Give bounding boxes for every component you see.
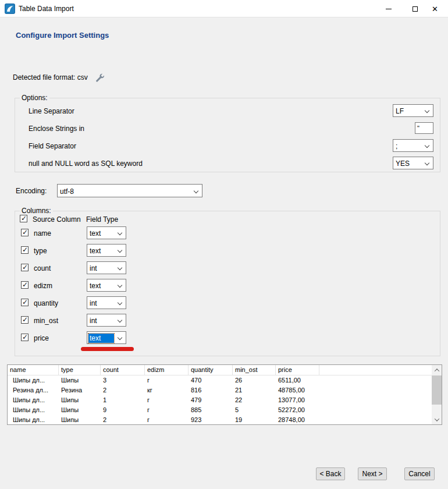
preview-header-filler bbox=[319, 365, 442, 375]
field-type-select-count[interactable]: int bbox=[87, 261, 126, 274]
cell: 3 bbox=[101, 375, 145, 385]
scroll-up-button[interactable] bbox=[432, 365, 442, 375]
chevron-down-icon bbox=[118, 335, 122, 340]
field-separator-select[interactable]: ; bbox=[393, 139, 433, 152]
cell: 885 bbox=[189, 405, 233, 415]
title-bar: Table Data Import ✕ bbox=[0, 0, 448, 17]
column-count-label: count bbox=[34, 264, 51, 272]
field-type-select-quantity[interactable]: int bbox=[87, 296, 126, 309]
cell: 923 bbox=[189, 415, 233, 425]
window-title: Table Data Import bbox=[19, 5, 74, 13]
enclose-strings-label: Enclose Strings in bbox=[29, 125, 84, 133]
preview-header-cell: count bbox=[101, 365, 145, 375]
mysql-workbench-icon bbox=[5, 3, 15, 14]
columns-groupbox: Columns: Source Column Field Type name t… bbox=[15, 211, 440, 356]
cell: 1 bbox=[101, 395, 145, 405]
column-quantity-label: quantity bbox=[34, 299, 58, 307]
null-keyword-select[interactable]: YES bbox=[393, 157, 433, 169]
options-group-label: Options: bbox=[20, 94, 49, 102]
cancel-button[interactable]: Cancel bbox=[404, 467, 435, 480]
null-keyword-label: null and NULL word as SQL keyword bbox=[29, 160, 143, 168]
field-type-value: text bbox=[90, 246, 114, 256]
field-type-select-name[interactable]: text bbox=[87, 226, 126, 239]
field-type-select-type[interactable]: text bbox=[87, 244, 126, 257]
cell: 19 bbox=[233, 415, 276, 425]
table-row: Шипы дл... Шипы 2 г 923 19 28748,00 bbox=[8, 415, 442, 425]
column-checkbox-min-ost[interactable] bbox=[21, 316, 29, 324]
back-button[interactable]: < Back bbox=[316, 467, 345, 480]
column-checkbox-price[interactable] bbox=[21, 334, 29, 341]
chevron-down-icon bbox=[118, 283, 122, 288]
column-checkbox-type[interactable] bbox=[21, 246, 29, 254]
cell: г bbox=[145, 395, 189, 405]
field-type-value: int bbox=[90, 316, 114, 325]
cell: 13077,00 bbox=[276, 395, 319, 405]
close-button[interactable]: ✕ bbox=[422, 0, 448, 17]
select-all-columns-checkbox[interactable] bbox=[20, 215, 27, 222]
chevron-down-icon bbox=[425, 143, 429, 148]
cell: 5 bbox=[233, 405, 276, 415]
line-separator-label: Line Separator bbox=[29, 107, 74, 115]
column-checkbox-quantity[interactable] bbox=[21, 299, 29, 306]
cell: Шипы bbox=[59, 405, 101, 415]
wrench-icon[interactable] bbox=[95, 73, 104, 82]
column-name-label: name bbox=[34, 229, 51, 238]
options-groupbox: Options: Line Separator LF Enclose Strin… bbox=[15, 98, 440, 172]
null-keyword-value: YES bbox=[396, 159, 421, 168]
data-preview-table: name type count edizm quantity min_ost p… bbox=[7, 364, 442, 425]
vertical-scrollbar[interactable] bbox=[432, 365, 442, 424]
chevron-down-icon bbox=[118, 265, 122, 270]
cell: 2 bbox=[101, 415, 145, 425]
cell: Шипы дл... bbox=[8, 395, 59, 405]
column-checkbox-count[interactable] bbox=[21, 264, 29, 271]
cell: 28748,00 bbox=[276, 415, 319, 425]
chevron-down-icon bbox=[118, 300, 122, 305]
enclose-strings-input[interactable] bbox=[415, 122, 433, 134]
line-separator-select[interactable]: LF bbox=[393, 104, 433, 117]
encoding-value: utf-8 bbox=[60, 187, 190, 196]
cell: Шипы дл... bbox=[8, 405, 59, 415]
source-column-header: Source Column bbox=[33, 215, 81, 224]
field-separator-label: Field Separator bbox=[29, 142, 76, 150]
maximize-icon bbox=[413, 6, 418, 12]
detected-format-label: Detected file format: csv bbox=[13, 73, 88, 82]
cell: Шипы bbox=[59, 415, 101, 425]
encoding-label: Encoding: bbox=[16, 187, 47, 195]
cell: 6511,00 bbox=[276, 375, 319, 385]
encoding-select[interactable]: utf-8 bbox=[57, 184, 202, 197]
preview-header-cell: quantity bbox=[189, 365, 233, 375]
columns-group-label: Columns: bbox=[20, 207, 53, 215]
preview-header-cell: type bbox=[59, 365, 101, 375]
next-button[interactable]: Next > bbox=[358, 467, 387, 480]
column-checkbox-name[interactable] bbox=[21, 229, 29, 236]
scrollbar-thumb[interactable] bbox=[432, 375, 442, 405]
cell: Резина bbox=[59, 385, 101, 395]
scroll-down-button[interactable] bbox=[432, 414, 442, 424]
minimize-button[interactable] bbox=[375, 0, 401, 17]
chevron-up-icon bbox=[434, 368, 439, 373]
chevron-down-icon bbox=[425, 108, 429, 113]
cell: 816 bbox=[189, 385, 233, 395]
cell: 9 bbox=[101, 405, 145, 415]
field-separator-value: ; bbox=[396, 141, 421, 151]
field-type-select-edizm[interactable]: text bbox=[87, 279, 126, 292]
field-type-value: text bbox=[90, 281, 114, 290]
minimize-icon bbox=[386, 9, 392, 9]
column-checkbox-edizm[interactable] bbox=[21, 281, 29, 289]
preview-header-row: name type count edizm quantity min_ost p… bbox=[8, 365, 442, 375]
field-type-value: text bbox=[90, 229, 114, 238]
cell: Шипы дл... bbox=[8, 375, 59, 385]
cell: Шипы bbox=[59, 395, 101, 405]
field-type-header: Field Type bbox=[86, 215, 118, 224]
cell: г bbox=[145, 375, 189, 385]
field-type-select-price[interactable]: text bbox=[87, 331, 126, 344]
cell: Резина дл... bbox=[8, 385, 59, 395]
field-type-select-min-ost[interactable]: int bbox=[87, 314, 126, 327]
cell: г bbox=[145, 405, 189, 415]
column-edizm-label: edizm bbox=[34, 282, 52, 290]
annotation-red-underline bbox=[81, 347, 134, 351]
chevron-down-icon bbox=[194, 189, 198, 193]
cell: 48785,00 bbox=[276, 385, 319, 395]
chevron-down-icon bbox=[118, 248, 122, 253]
preview-header-cell: edizm bbox=[145, 365, 189, 375]
